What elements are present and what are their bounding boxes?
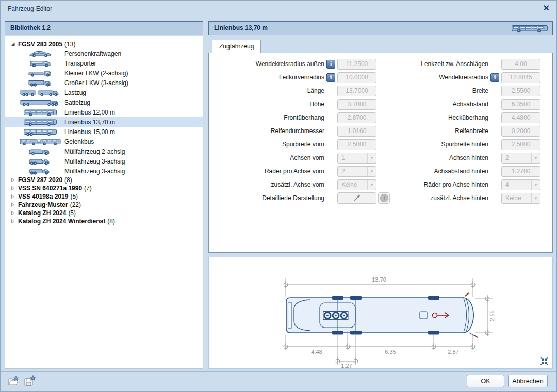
bus-plan-shape xyxy=(286,293,478,338)
vehicle-panel-header: Linienbus 13,70 m xyxy=(208,21,553,35)
tree-item-label: Linienbus 12,00 m xyxy=(64,109,115,116)
field-label: Räder pro Achse vorn xyxy=(210,168,324,175)
form-row-heck-berhang: Hecküberhang4.4800 xyxy=(359,111,540,124)
tree-item-personenkraftwagen[interactable]: Personenkraftwagen xyxy=(5,48,203,58)
tree-item-label: Müllfahrzeug 3-achsig xyxy=(64,158,125,165)
field-label: Achsen hinten xyxy=(359,154,488,161)
footer-bar: OK Abbrechen xyxy=(1,371,556,391)
tree-group-label: Katalog ZH 2024 xyxy=(18,209,66,217)
field-label: zusätzl. Achse vorn xyxy=(210,181,324,188)
chevron-down-icon: ▾ xyxy=(531,180,540,190)
tree-item-label: Linienbus 13,70 m xyxy=(64,119,115,126)
tree-group-count: (22) xyxy=(70,201,81,208)
bus-icon xyxy=(511,23,548,38)
tree-group-label: Katalog ZH 2024 Winterdienst xyxy=(18,218,105,225)
tree-item-m-llfahrzeug-3-achsig[interactable]: Müllfahrzeug 3-achsig xyxy=(5,156,203,166)
zus-tzl-achse-hinten-select: Keine▾ xyxy=(501,193,540,204)
form-row-achsen-hinten: Achsen hinten2▾ xyxy=(359,151,540,165)
achsabstand-hinten-field: 1.2700 xyxy=(501,166,540,177)
ok-button[interactable]: OK xyxy=(467,375,504,387)
form-row-zus-tzl-achse-hinten: zusätzl. Achse hintenKeine▾ xyxy=(359,191,540,205)
save-favorite-icon[interactable] xyxy=(23,375,37,387)
breite-field: 2.5500 xyxy=(501,86,540,96)
info-icon[interactable]: i xyxy=(326,73,335,82)
tree-item-label: Gelenkbus xyxy=(64,138,94,145)
truck-2axle-icon xyxy=(20,69,61,77)
tree-item-lastzug[interactable]: Lastzug xyxy=(5,88,203,97)
library-tree: FGSV 283 2005(13)PersonenkraftwagenTrans… xyxy=(5,36,203,369)
field-label: Höhe xyxy=(210,101,324,108)
car-icon xyxy=(20,50,61,57)
tree-item-m-llfahrzeug-2-achsig[interactable]: Müllfahrzeug 2-achsig xyxy=(5,146,203,156)
info-icon[interactable]: i xyxy=(326,60,335,69)
truck-trailer-icon xyxy=(20,89,61,96)
tree-group-count: (7) xyxy=(84,185,92,192)
tree-group-label: Fahrzeug-Muster xyxy=(18,201,68,208)
vehicle-drawing-panel: 13.70 2.55 4.48 6.35 2.87 1.27 xyxy=(208,257,553,369)
dim-front-overhang: 2.87 xyxy=(448,349,458,355)
zoom-to-fit-icon[interactable] xyxy=(540,357,549,366)
expand-icon[interactable] xyxy=(10,210,17,216)
select-value: Keine xyxy=(502,193,531,203)
dialog-title: Fahrzeug-Editor xyxy=(8,5,52,12)
tree-group-count: (8) xyxy=(107,218,115,225)
tree-item-m-llfahrzeug-3-achsig[interactable]: Müllfahrzeug 3-achsig xyxy=(5,166,203,176)
garbage-3axle-icon xyxy=(20,167,61,175)
tree-item-linienbus-12-00-m[interactable]: Linienbus 12,00 m xyxy=(5,107,203,117)
garbage-3axle-icon xyxy=(20,157,61,165)
dim-length: 13.70 xyxy=(372,276,386,283)
field-label: Reifenbreite xyxy=(359,127,488,135)
tree-item-label: Personenkraftwagen xyxy=(64,50,121,57)
tree-group-fgsv-287-2020[interactable]: FGSV 287 2020(8) xyxy=(5,176,203,184)
open-favorite-icon[interactable] xyxy=(7,375,21,387)
tree-group-fahrzeug-muster[interactable]: Fahrzeug-Muster(22) xyxy=(5,201,203,209)
form-column-right: Lenkzeit zw. Anschlägen4.00Wendekreisrad… xyxy=(359,57,540,205)
close-icon[interactable]: ✕ xyxy=(543,4,550,13)
field-label: Detaillierte Darstellung xyxy=(210,194,324,202)
tree-group-count: (5) xyxy=(68,209,76,217)
tree-group-vss-40198a-2019[interactable]: VSS 40198a 2019(5) xyxy=(5,192,203,201)
tree-group-count: (8) xyxy=(64,176,72,184)
expand-icon[interactable] xyxy=(10,186,17,191)
tree-item-gro-er-lkw-3-achsig[interactable]: Großer LKW (3-achsig) xyxy=(5,78,203,88)
tree-item-linienbus-15-00-m[interactable]: Linienbus 15,00 m xyxy=(5,127,203,137)
form-row-breite: Breite2.5500 xyxy=(359,84,540,97)
expand-icon[interactable] xyxy=(10,202,17,207)
collapse-icon[interactable] xyxy=(10,42,17,47)
cancel-button[interactable]: Abbrechen xyxy=(508,375,548,387)
dim-rear-overhang: 4.48 xyxy=(311,349,322,355)
tree-group-label: FGSV 287 2020 xyxy=(18,176,62,184)
field-label: Achsabstand xyxy=(359,101,488,108)
field-label: Breite xyxy=(359,87,488,94)
library-panel-header: Bibliothek 1.2 xyxy=(5,21,203,35)
expand-icon[interactable] xyxy=(10,177,17,183)
tree-item-sattelzug[interactable]: Sattelzug xyxy=(5,97,203,107)
field-label: Leitkurvenradius xyxy=(210,74,324,81)
van-icon xyxy=(20,59,61,67)
tree-group-katalog-zh-2024-winterdienst[interactable]: Katalog ZH 2024 Winterdienst(8) xyxy=(5,217,203,225)
dim-width: 2.55 xyxy=(489,310,495,321)
tree-item-label: Linienbus 15,00 m xyxy=(64,128,115,136)
tab-zugfahrzeug[interactable]: Zugfahrzeug xyxy=(212,40,261,53)
vehicle-header-label: Linienbus 13,70 m xyxy=(214,24,268,31)
field-label: Lenkzeit zw. Anschlägen xyxy=(359,60,488,68)
info-icon[interactable]: i xyxy=(490,73,499,82)
tree-item-kleiner-lkw-2-achsig[interactable]: Kleiner LKW (2-achsig) xyxy=(5,68,203,78)
vehicle-editor-dialog: Fahrzeug-Editor ✕ Bibliothek 1.2 Linienb… xyxy=(0,0,557,392)
wendekreisradius-field: 12.8845 xyxy=(501,72,540,83)
tree-item-gelenkbus[interactable]: Gelenkbus xyxy=(5,137,203,146)
heck-berhang-field: 4.4800 xyxy=(501,112,540,123)
form-row-r-der-pro-achse-hinten: Räder pro Achse hinten4▾ xyxy=(359,178,540,191)
form-row-wendekreisradius: Wendekreisradiusi12.8845 xyxy=(359,71,540,84)
tree-item-transporter[interactable]: Transporter xyxy=(5,58,203,68)
tree-group-katalog-zh-2024[interactable]: Katalog ZH 2024(5) xyxy=(5,209,203,217)
tree-group-fgsv-283-2005[interactable]: FGSV 283 2005(13) xyxy=(5,40,203,48)
tree-group-vss-sn-640271a-1990[interactable]: VSS SN 640271a 1990(7) xyxy=(5,184,203,192)
expand-icon[interactable] xyxy=(10,194,17,199)
tree-item-linienbus-13-70-m[interactable]: Linienbus 13,70 m xyxy=(5,117,203,127)
tab-label: Zugfahrzeug xyxy=(219,43,254,50)
field-label: Wendekreisradius außen xyxy=(210,60,324,68)
bus-icon xyxy=(20,118,61,126)
field-label: Räder pro Achse hinten xyxy=(359,181,488,188)
expand-icon[interactable] xyxy=(10,219,17,224)
